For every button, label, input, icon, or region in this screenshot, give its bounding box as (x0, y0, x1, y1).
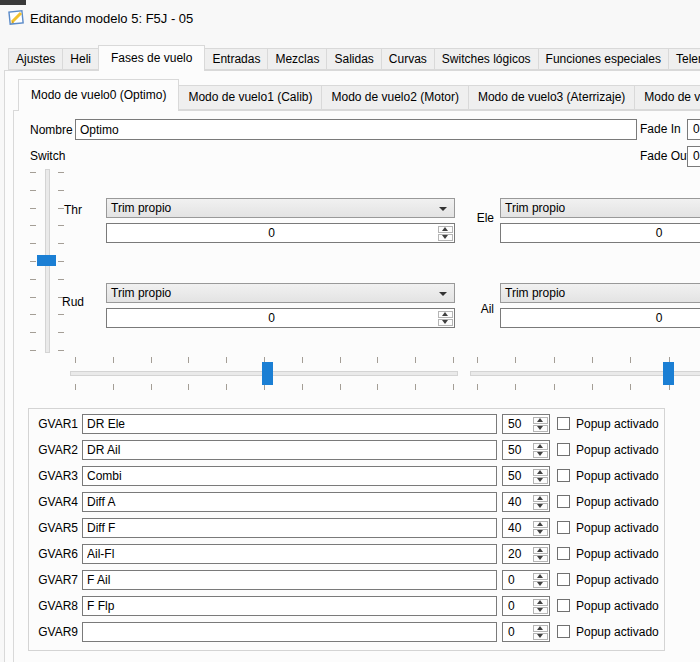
ele-trim-combobox[interactable]: Trim propio (500, 198, 700, 218)
gvar-row: GVAR3 50 Popup activado (0, 465, 700, 491)
slider-tick (554, 357, 555, 363)
slider-tick (592, 357, 593, 363)
spin-down-icon[interactable] (533, 451, 548, 458)
rud-label: Rud (40, 295, 84, 309)
flight-mode-tab-0[interactable]: Modo de vuelo0 (Optimo) (18, 79, 179, 111)
spin-down-icon[interactable] (438, 234, 453, 241)
trim-slider-right-handle[interactable] (663, 362, 674, 385)
popup-checkbox[interactable] (557, 625, 570, 638)
spin-up-icon[interactable] (533, 547, 548, 554)
tab-0[interactable]: Ajustes (8, 48, 63, 70)
tab-6[interactable]: Curvas (381, 48, 435, 70)
spin-down-icon[interactable] (533, 425, 548, 432)
spin-up-icon[interactable] (533, 521, 548, 528)
gvar-value-spinbox[interactable]: 40 (502, 518, 550, 538)
flight-mode-tab-4[interactable]: Modo de vuelo4 (Lento) (634, 85, 700, 110)
fade-out-spinbox[interactable]: 0 (687, 146, 700, 167)
popup-checkbox[interactable] (557, 547, 570, 560)
popup-activado-label: Popup activado (576, 599, 659, 613)
slider-tick (30, 208, 36, 209)
tab-5[interactable]: Salidas (326, 48, 381, 70)
switch-slider-handle[interactable] (37, 255, 56, 266)
gvar-value-spinbox[interactable]: 0 (502, 622, 550, 642)
spin-up-icon[interactable] (533, 599, 548, 606)
thr-trim-spinbox[interactable]: 0 (106, 223, 455, 243)
tab-2[interactable]: Fases de vuelo (98, 45, 205, 71)
spin-up-icon[interactable] (438, 226, 453, 233)
spin-up-icon[interactable] (533, 469, 548, 476)
ail-trim-spinbox[interactable]: 0 (500, 308, 700, 328)
spin-up-icon[interactable] (533, 573, 548, 580)
slider-tick (453, 384, 454, 390)
ele-trim-spinbox[interactable]: 0 (500, 223, 700, 243)
rud-trim-spinbox[interactable]: 0 (106, 308, 455, 328)
gvar-label: GVAR7 (33, 573, 78, 587)
popup-checkbox[interactable] (557, 573, 570, 586)
gvar-value-spinbox[interactable]: 0 (502, 596, 550, 616)
gvar-value-spinbox[interactable]: 40 (502, 492, 550, 512)
rud-trim-combobox[interactable]: Trim propio (106, 283, 455, 303)
gvar-name-input[interactable] (82, 440, 497, 460)
slider-tick (113, 384, 114, 390)
thr-trim-combobox[interactable]: Trim propio (106, 198, 455, 218)
slider-tick (377, 384, 378, 390)
trim-slider-left-handle[interactable] (262, 362, 273, 385)
spin-down-icon[interactable] (533, 607, 548, 614)
spin-up-icon[interactable] (533, 625, 548, 632)
popup-checkbox[interactable] (557, 599, 570, 612)
slider-tick (58, 350, 64, 351)
slider-tick (58, 190, 64, 191)
gvar-value-spinbox[interactable]: 50 (502, 466, 550, 486)
chevron-down-icon (439, 207, 447, 211)
nombre-input[interactable] (75, 119, 637, 140)
tab-7[interactable]: Switches lógicos (434, 48, 539, 70)
tab-3[interactable]: Entradas (204, 48, 268, 70)
flight-mode-tab-1[interactable]: Modo de vuelo1 (Calib) (178, 85, 322, 110)
gvar-name-input[interactable] (82, 570, 497, 590)
spin-down-icon[interactable] (533, 581, 548, 588)
popup-activado-label: Popup activado (576, 443, 659, 457)
popup-checkbox[interactable] (557, 469, 570, 482)
gvar-name-input[interactable] (82, 492, 497, 512)
spin-down-icon[interactable] (533, 555, 548, 562)
gvar-value-spinbox[interactable]: 50 (502, 414, 550, 434)
slider-tick (377, 357, 378, 363)
gvar-value-spinbox[interactable]: 50 (502, 440, 550, 460)
spin-down-icon[interactable] (438, 319, 453, 326)
popup-checkbox[interactable] (557, 417, 570, 430)
gvar-name-input[interactable] (82, 622, 497, 642)
spin-up-icon[interactable] (533, 417, 548, 424)
gvar-value-spinbox[interactable]: 0 (502, 570, 550, 590)
gvar-name-input[interactable] (82, 544, 497, 564)
gvar-name-input[interactable] (82, 518, 497, 538)
background-window-fragment (0, 0, 26, 5)
chevron-down-icon (439, 292, 447, 296)
spin-down-icon[interactable] (533, 477, 548, 484)
gvar-row: GVAR7 0 Popup activado (0, 569, 700, 595)
popup-checkbox[interactable] (557, 521, 570, 534)
gvar-name-input[interactable] (82, 466, 497, 486)
gvar-value-spinbox[interactable]: 20 (502, 544, 550, 564)
slider-tick (554, 384, 555, 390)
gvar-name-input[interactable] (82, 596, 497, 616)
flight-mode-tab-2[interactable]: Modo de vuelo2 (Motor) (321, 85, 468, 110)
flight-mode-tab-3[interactable]: Modo de vuelo3 (Aterrizaje) (468, 85, 635, 110)
spin-up-icon[interactable] (533, 495, 548, 502)
tab-9[interactable]: Telemetría (668, 48, 700, 70)
slider-tick (58, 261, 64, 262)
tab-1[interactable]: Heli (62, 48, 99, 70)
slider-tick (415, 357, 416, 363)
tab-4[interactable]: Mezclas (267, 48, 327, 70)
slider-tick (30, 350, 36, 351)
popup-checkbox[interactable] (557, 443, 570, 456)
spin-down-icon[interactable] (533, 529, 548, 536)
fade-in-spinbox[interactable]: 0 (687, 119, 700, 140)
gvar-name-input[interactable] (82, 414, 497, 434)
spin-up-icon[interactable] (438, 311, 453, 318)
spin-down-icon[interactable] (533, 633, 548, 640)
spin-up-icon[interactable] (533, 443, 548, 450)
spin-down-icon[interactable] (533, 503, 548, 510)
popup-checkbox[interactable] (557, 495, 570, 508)
tab-8[interactable]: Funciones especiales (538, 48, 669, 70)
ail-trim-combobox[interactable]: Trim propio (500, 283, 700, 303)
